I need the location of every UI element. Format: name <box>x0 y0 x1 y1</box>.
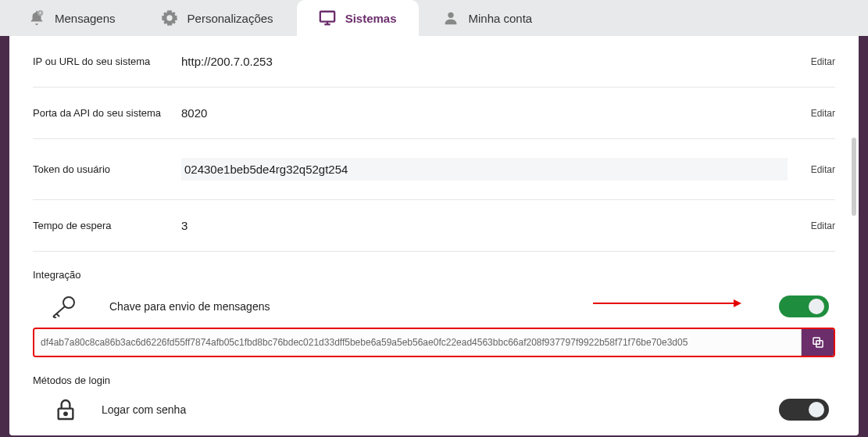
tab-personalizacoes[interactable]: Personalizações <box>139 0 295 36</box>
svg-point-5 <box>448 13 453 18</box>
tab-sistemas[interactable]: Sistemas <box>297 0 419 36</box>
field-row-port: Porta da API do seu sistema 8020 Editar <box>33 88 835 139</box>
login-password-toggle[interactable] <box>779 399 829 421</box>
svg-point-6 <box>63 297 74 308</box>
field-label: Token do usuário <box>33 163 181 175</box>
edit-link[interactable]: Editar <box>788 56 835 67</box>
field-value: http://200.7.0.253 <box>181 55 788 68</box>
field-row-wait: Tempo de espera 3 Editar <box>33 200 835 252</box>
field-value: 8020 <box>181 106 788 120</box>
svg-line-8 <box>56 313 59 317</box>
login-password-row: Logar com senha <box>33 386 835 422</box>
toggle-knob <box>809 299 824 314</box>
tab-mensagens[interactable]: + Mensagens <box>6 0 138 36</box>
integration-toggle[interactable] <box>779 296 829 317</box>
user-icon <box>442 9 459 27</box>
login-header: Métodos de login <box>33 374 835 386</box>
svg-text:+: + <box>39 10 42 16</box>
field-row-ip: IP ou URL do seu sistema http://200.7.0.… <box>33 36 835 88</box>
svg-line-9 <box>53 317 56 318</box>
tab-label: Personalizações <box>188 12 273 25</box>
tab-minha-conta[interactable]: Minha conta <box>420 0 555 36</box>
monitor-icon <box>319 9 336 27</box>
svg-rect-2 <box>320 12 334 22</box>
field-row-token: Token do usuário Editar <box>33 139 835 200</box>
field-label: Tempo de espera <box>33 220 181 231</box>
tab-label: Sistemas <box>345 12 397 25</box>
copy-button[interactable] <box>801 329 834 356</box>
field-value: 3 <box>181 219 788 232</box>
key-icon <box>47 295 78 318</box>
token-input[interactable] <box>181 158 788 181</box>
integration-row: Chave para envio de mensagens <box>33 281 835 328</box>
scrollbar[interactable] <box>852 138 856 216</box>
tabs-bar: + Mensagens Personalizações Sistemas Min… <box>0 0 868 36</box>
tab-label: Mensagens <box>55 12 116 25</box>
integration-header: Integração <box>33 269 835 281</box>
api-key-input[interactable] <box>34 329 801 356</box>
toggle-knob <box>809 402 824 417</box>
svg-line-7 <box>53 306 65 317</box>
copy-icon <box>811 335 825 349</box>
field-label: Porta da API do seu sistema <box>33 107 181 119</box>
tab-label: Minha conta <box>469 12 533 25</box>
content-panel: IP ou URL do seu sistema http://200.7.0.… <box>9 36 859 435</box>
annotation-arrow <box>593 303 734 304</box>
svg-point-13 <box>64 413 66 415</box>
bell-icon: + <box>28 9 45 27</box>
edit-link[interactable]: Editar <box>788 108 835 119</box>
edit-link[interactable]: Editar <box>788 164 835 175</box>
integration-label: Chave para envio de mensagens <box>109 300 270 313</box>
lock-icon <box>53 397 78 422</box>
api-key-box <box>33 328 835 357</box>
gear-icon <box>161 9 178 27</box>
field-label: IP ou URL do seu sistema <box>33 56 181 67</box>
login-label: Logar com senha <box>102 403 186 416</box>
edit-link[interactable]: Editar <box>788 220 835 231</box>
